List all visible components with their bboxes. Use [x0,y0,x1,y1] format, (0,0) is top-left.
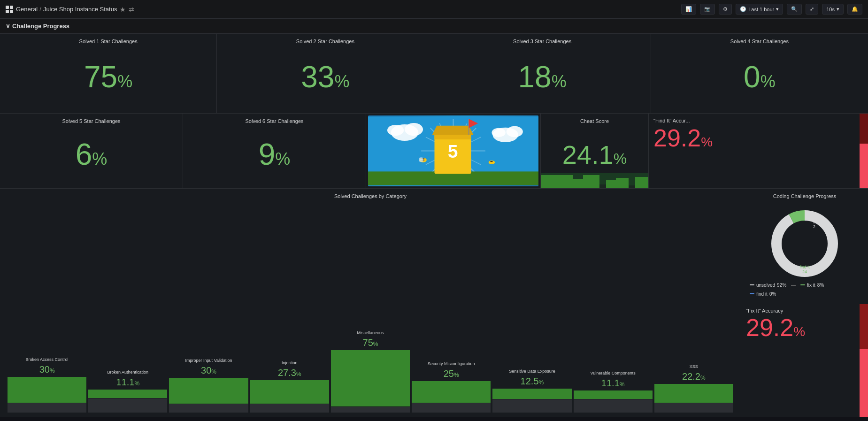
gear-icon: ⚙ [723,6,728,12]
notifications-button[interactable]: 🔔 [847,4,862,15]
grid-icon [6,6,13,13]
cat-col-5: Security Misconfiguration25% [411,203,492,413]
cat-value-1: 11.1% [116,377,140,388]
chart-type-button[interactable]: 📊 [681,4,696,15]
cat-bar-wrap-6 [492,389,571,399]
zoom-out-button[interactable]: 🔍 [787,4,802,15]
svg-text:find it: find it [799,265,810,269]
star-icon[interactable]: ★ [120,6,126,13]
panel-fix-it-accuracy: "Fix It" Accuracy 29.2% [741,304,868,418]
legend-unsolved: unsolved 92% [750,283,786,288]
cat-bar-gray-1 [88,398,167,413]
legend-unsolved-value: 92% [777,283,786,288]
donut-legend: unsolved 92% — fix it 8% find it 0% [746,281,863,299]
panel-5star-title: Solved 5 Star Challenges [7,118,176,124]
cat-bar-fill-2 [169,378,248,404]
svg-rect-26 [491,161,493,162]
cat-name-3: Injection [282,360,298,366]
clock-icon: 🕐 [740,6,746,12]
cat-name-2: Improper Input Validation [185,358,232,363]
cat-name-8: XSS [690,364,698,369]
row3: Solved Challenges by Category Broken Acc… [0,189,868,417]
panel-1star-title: Solved 1 Star Challenges [7,38,210,44]
find-it-title-text: "Find It" Accur... [653,118,690,123]
section-header[interactable]: ∨ Challenge Progress [0,19,868,34]
cat-bar-fill-5 [412,381,491,403]
cat-bar-wrap-1 [88,390,167,398]
cat-col-4: Miscellaneous75% [330,203,411,413]
svg-point-20 [507,126,523,137]
section-toggle-icon: ∨ [6,23,10,30]
panel-2star: Solved 2 Star Challenges 33% [217,34,434,113]
topbar-right: 📊 📷 ⚙ 🕐 Last 1 hour ▾ 🔍 ⤢ 10s ▾ 🔔 [681,4,862,15]
panel-4star-value: 0% [658,61,861,93]
panel-coding-challenge: Coding Challenge Progress fix it 2 find … [741,189,868,304]
svg-text:2: 2 [813,224,815,229]
panel-find-it-accuracy: "Find It" Accur... 29.2% [649,114,868,188]
cat-bar-gray-2 [169,404,248,413]
donut-title: Coding Challenge Progress [746,193,863,199]
panel-6star: Solved 6 Star Challenges 9% [183,114,366,188]
cat-bar-fill-4 [331,350,410,406]
cat-col-6: Sensitive Data Exposure12.5% [492,203,572,413]
svg-point-21 [492,128,505,138]
cat-name-1: Broken Authentication [108,370,149,375]
cat-col-0: Broken Access Control30% [7,203,87,413]
cat-bar-wrap-7 [574,390,653,399]
export-button[interactable]: 📷 [700,4,715,15]
panel-cheat-score: Cheat Score 24.1% [541,114,649,188]
zoom-out-icon: 🔍 [791,6,798,12]
panel-categories: Solved Challenges by Category Broken Acc… [0,189,741,417]
breadcrumb: General / Juice Shop Instance Status [16,6,117,13]
legend-fixit: fix it 8% [800,283,824,288]
cat-value-8: 22.2% [682,371,706,382]
cat-value-4: 75% [363,337,378,348]
legend-fixit-value: 8% [817,283,824,288]
cat-bar-fill-3 [250,380,329,404]
cat-name-0: Broken Access Control [26,357,69,362]
chevron-down-icon: ▾ [776,6,779,12]
refresh-button[interactable]: 10s ▾ [822,4,844,15]
section-label: Challenge Progress [12,23,69,30]
cat-value-7: 11.1% [601,378,625,389]
auto-fit-button[interactable]: ⤢ [806,4,818,15]
find-it-sidebar-bar [860,114,868,188]
topbar-left: General / Juice Shop Instance Status ★ ⇄ [6,6,134,13]
legend-fixit-dot [800,284,805,285]
panel-4star-title: Solved 4 Star Challenges [658,38,861,44]
cat-bar-gray-7 [574,399,653,413]
cat-bar-gray-4 [331,407,410,413]
breadcrumb-title: Juice Shop Instance Status [43,6,117,13]
cat-bar-gray-8 [654,403,733,413]
svg-point-31 [782,221,827,266]
cat-value-5: 25% [444,368,459,379]
cat-bar-wrap-8 [654,384,733,403]
breadcrumb-section[interactable]: General [16,6,38,13]
cheat-score-value: 24.1% [547,140,642,169]
time-range-label: Last 1 hour [748,7,774,12]
panel-3star-value: 18% [441,61,644,93]
settings-button[interactable]: ⚙ [719,4,732,15]
cat-bar-fill-8 [654,384,733,403]
cheat-score-bar [541,173,648,188]
share-icon[interactable]: ⇄ [129,6,134,13]
cat-value-3: 27.3% [278,367,301,378]
cat-bar-wrap-2 [169,378,248,404]
legend-fixit-label: fix it [807,283,815,288]
svg-point-18 [387,125,404,136]
cat-bar-fill-7 [574,390,653,399]
cat-bar-gray-0 [8,403,86,413]
svg-text:24: 24 [802,269,807,274]
legend-findit-dot [750,293,754,294]
fit-icon: ⤢ [810,6,814,12]
cat-name-5: Security Misconfiguration [428,361,475,367]
time-range-button[interactable]: 🕐 Last 1 hour ▾ [736,4,783,15]
juice-shop-illustration: 5 [368,115,538,186]
cat-col-1: Broken Authentication11.1% [87,203,168,413]
panel-4star: Solved 4 Star Challenges 0% [651,34,868,113]
cat-value-6: 12.5% [521,376,544,387]
panel-3star: Solved 3 Star Challenges 18% [434,34,651,113]
panel-3star-title: Solved 3 Star Challenges [441,38,644,44]
cat-col-3: Injection27.3% [249,203,330,413]
bell-icon: 🔔 [852,6,858,12]
